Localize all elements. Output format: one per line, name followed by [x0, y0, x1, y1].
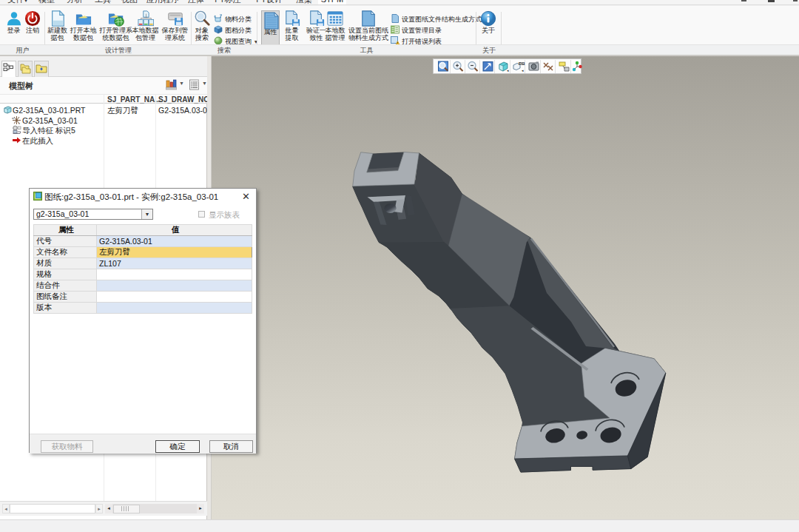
svg-text:w: w: [12, 116, 14, 120]
